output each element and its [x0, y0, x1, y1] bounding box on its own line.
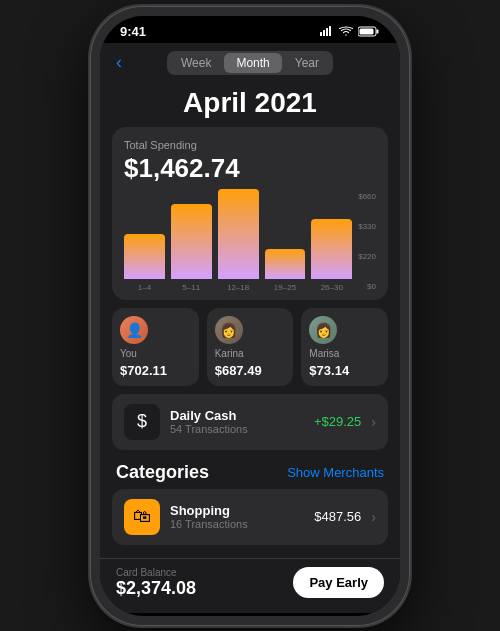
segment-year[interactable]: Year — [283, 53, 331, 73]
total-amount: $1,462.74 — [124, 153, 376, 184]
person-amount-you: $702.11 — [120, 363, 167, 378]
show-merchants-button[interactable]: Show Merchants — [287, 465, 384, 480]
bar-label-4: 19–25 — [274, 283, 296, 292]
chart-bars: 1–4 5–11 12–18 19–25 — [124, 192, 352, 292]
person-name-you: You — [120, 348, 137, 359]
daily-cash-card[interactable]: $ Daily Cash 54 Transactions +$29.25 › — [112, 394, 388, 450]
svg-rect-1 — [323, 30, 325, 36]
category-title: Shopping — [170, 503, 304, 518]
bar-2 — [171, 204, 212, 279]
balance-label: Card Balance — [116, 567, 196, 578]
phone-frame: 9:41 — [90, 6, 410, 626]
bar-4 — [265, 249, 306, 279]
balance-info: Card Balance $2,374.08 — [116, 567, 196, 599]
status-icons — [320, 26, 380, 37]
svg-rect-5 — [377, 29, 379, 33]
pay-early-button[interactable]: Pay Early — [293, 567, 384, 598]
y-label-1: $660 — [358, 192, 376, 201]
bottom-bar: Card Balance $2,374.08 Pay Early — [100, 558, 400, 613]
segment-control: Week Month Year — [167, 51, 333, 75]
bar-3 — [218, 189, 259, 279]
bar-group-5: 26–30 — [311, 219, 352, 292]
person-name-marisa: Marisa — [309, 348, 339, 359]
cash-subtitle: 54 Transactions — [170, 423, 304, 435]
avatar-karina: 👩 — [215, 316, 243, 344]
bar-group-3: 12–18 — [218, 189, 259, 292]
back-button[interactable]: ‹ — [116, 52, 122, 73]
y-label-4: $0 — [367, 282, 376, 291]
bar-label-3: 12–18 — [227, 283, 249, 292]
chevron-right-icon: › — [371, 414, 376, 430]
person-card-karina[interactable]: 👩 Karina $687.49 — [207, 308, 294, 386]
total-label: Total Spending — [124, 139, 376, 151]
category-amount: $487.56 — [314, 509, 361, 524]
categories-header: Categories Show Merchants — [100, 458, 400, 489]
y-label-2: $330 — [358, 222, 376, 231]
battery-icon — [358, 26, 380, 37]
bar-label-2: 5–11 — [182, 283, 200, 292]
cash-amount: +$29.25 — [314, 414, 361, 429]
category-card-shopping[interactable]: 🛍 Shopping 16 Transactions $487.56 › — [112, 489, 388, 545]
cash-title: Daily Cash — [170, 408, 304, 423]
cash-icon: $ — [124, 404, 160, 440]
y-axis: $660 $330 $220 $0 — [352, 192, 376, 292]
signal-icon — [320, 26, 334, 36]
bar-group-1: 1–4 — [124, 234, 165, 292]
home-indicator — [100, 613, 400, 616]
notch — [200, 16, 300, 40]
svg-rect-6 — [360, 28, 374, 34]
avatar-marisa: 👩 — [309, 316, 337, 344]
svg-rect-3 — [329, 26, 331, 36]
chart-area: 1–4 5–11 12–18 19–25 — [124, 192, 376, 292]
dollar-sign-icon: $ — [137, 411, 147, 432]
bar-label-5: 26–30 — [321, 283, 343, 292]
y-label-3: $220 — [358, 252, 376, 261]
segment-month[interactable]: Month — [224, 53, 281, 73]
avatar-you: 👤 — [120, 316, 148, 344]
wifi-icon — [339, 26, 353, 36]
chart-card: Total Spending $1,462.74 1–4 5–11 — [112, 127, 388, 300]
categories-title: Categories — [116, 462, 209, 483]
bar-1 — [124, 234, 165, 279]
status-time: 9:41 — [120, 24, 146, 39]
segment-week[interactable]: Week — [169, 53, 223, 73]
phone-screen: 9:41 — [100, 16, 400, 616]
shopping-icon: 🛍 — [124, 499, 160, 535]
people-row: 👤 You $702.11 👩 Karina $687.49 👩 Marisa … — [112, 308, 388, 386]
bar-group-4: 19–25 — [265, 249, 306, 292]
bar-label-1: 1–4 — [138, 283, 151, 292]
top-nav: ‹ Week Month Year — [100, 43, 400, 81]
bar-group-2: 5–11 — [171, 204, 212, 292]
cash-info: Daily Cash 54 Transactions — [170, 408, 304, 435]
person-card-marisa[interactable]: 👩 Marisa $73.14 — [301, 308, 388, 386]
person-name-karina: Karina — [215, 348, 244, 359]
month-title: April 2021 — [100, 81, 400, 127]
svg-rect-0 — [320, 32, 322, 36]
svg-rect-2 — [326, 28, 328, 36]
category-chevron-icon: › — [371, 509, 376, 525]
person-amount-marisa: $73.14 — [309, 363, 349, 378]
bar-5 — [311, 219, 352, 279]
main-screen: ‹ Week Month Year April 2021 Total Spend… — [100, 43, 400, 613]
person-amount-karina: $687.49 — [215, 363, 262, 378]
category-subtitle: 16 Transactions — [170, 518, 304, 530]
person-card-you[interactable]: 👤 You $702.11 — [112, 308, 199, 386]
balance-amount: $2,374.08 — [116, 578, 196, 599]
category-info: Shopping 16 Transactions — [170, 503, 304, 530]
